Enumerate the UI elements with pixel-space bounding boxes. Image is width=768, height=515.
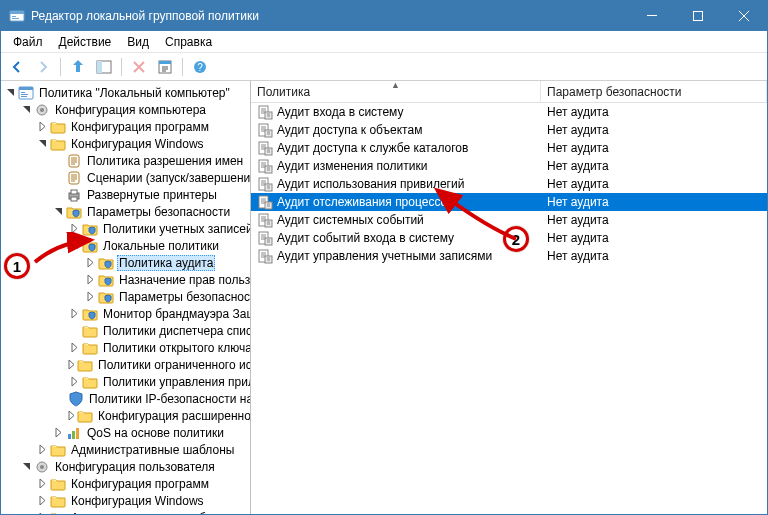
menu-help[interactable]: Справка — [157, 33, 220, 51]
tree-security-options[interactable]: Параметры безопасности — [3, 288, 251, 305]
tree-local-policies[interactable]: Локальные политики — [3, 237, 251, 254]
tree-expander-icon[interactable] — [67, 222, 81, 236]
tree-user-software[interactable]: Конфигурация программ — [3, 475, 251, 492]
tree-public-key[interactable]: Политики открытого ключа — [3, 339, 251, 356]
tree-app-control-icon — [82, 374, 98, 390]
column-policy[interactable]: ▲ Политика — [251, 81, 541, 102]
titlebar: Редактор локальной групповой политики — [1, 1, 767, 31]
tree-expander-icon[interactable] — [35, 477, 49, 491]
policy-item-icon — [257, 230, 273, 246]
list-row[interactable]: Аудит доступа к объектамНет аудита — [251, 121, 767, 139]
tree-user-config[interactable]: Конфигурация пользователя — [3, 458, 251, 475]
tree-software-settings-label: Конфигурация программ — [69, 120, 211, 134]
menu-file[interactable]: Файл — [5, 33, 51, 51]
tree-expander-icon[interactable] — [19, 460, 33, 474]
svg-rect-3 — [12, 18, 19, 19]
svg-rect-2 — [12, 16, 16, 17]
tree-expander-icon[interactable] — [35, 137, 49, 151]
maximize-button[interactable] — [675, 1, 721, 31]
tree-user-windows[interactable]: Конфигурация Windows — [3, 492, 251, 509]
list-row[interactable]: Аудит использования привилегийНет аудита — [251, 175, 767, 193]
tree-expander-icon[interactable] — [67, 341, 81, 355]
tree-app-control-label: Политики управления приложениями — [101, 375, 251, 389]
tree-expander-icon[interactable] — [3, 86, 17, 100]
tree-software-restriction[interactable]: Политики ограниченного использования про… — [3, 356, 251, 373]
minimize-button[interactable] — [629, 1, 675, 31]
tree-advanced-audit[interactable]: Конфигурация расширенной политики аудита — [3, 407, 251, 424]
tree-public-key-label: Политики открытого ключа — [101, 341, 251, 355]
tree-deployed-printers-icon — [66, 187, 82, 203]
tree-user-admin-templates[interactable]: Административные шаблоны — [3, 509, 251, 514]
tree-expander-icon[interactable] — [67, 358, 76, 372]
svg-point-28 — [40, 465, 44, 469]
tree-deployed-printers[interactable]: Развернутые принтеры — [3, 186, 251, 203]
tree-software-restriction-label: Политики ограниченного использования про… — [96, 358, 251, 372]
tree-admin-templates[interactable]: Административные шаблоны — [3, 441, 251, 458]
tree-qos[interactable]: QoS на основе политики — [3, 424, 251, 441]
tree-software-settings[interactable]: Конфигурация программ — [3, 118, 251, 135]
tree-security-options-icon — [98, 289, 114, 305]
tree-expander-icon[interactable] — [35, 494, 49, 508]
tree-expander-icon[interactable] — [35, 443, 49, 457]
tree-app-control[interactable]: Политики управления приложениями — [3, 373, 251, 390]
tree-security-settings[interactable]: Параметры безопасности — [3, 203, 251, 220]
tree-expander-icon[interactable] — [19, 103, 33, 117]
menubar: Файл Действие Вид Справка — [1, 31, 767, 53]
tree-name-resolution[interactable]: Политика разрешения имен — [3, 152, 251, 169]
policy-item-icon — [257, 122, 273, 138]
tree-network-list[interactable]: Политики диспетчера списка сетей — [3, 322, 251, 339]
tree-expander-icon[interactable] — [67, 239, 81, 253]
tree-windows-settings[interactable]: Конфигурация Windows — [3, 135, 251, 152]
tree-expander-icon[interactable] — [51, 205, 65, 219]
menu-action[interactable]: Действие — [51, 33, 120, 51]
tree-expander-icon[interactable] — [35, 511, 49, 515]
list-row[interactable]: Аудит отслеживания процессовНет аудита — [251, 193, 767, 211]
forward-button[interactable] — [31, 56, 55, 78]
tree-expander-icon[interactable] — [83, 256, 97, 270]
list-row[interactable]: Аудит управления учетными записямиНет ау… — [251, 247, 767, 265]
policy-item-icon — [257, 212, 273, 228]
tree-user-windows-icon — [50, 493, 66, 509]
list-row[interactable]: Аудит изменения политикиНет аудита — [251, 157, 767, 175]
close-button[interactable] — [721, 1, 767, 31]
policy-value: Нет аудита — [541, 213, 767, 227]
tree-ipsec[interactable]: Политики IP-безопасности на "Локальный к… — [3, 390, 251, 407]
tree-expander-icon[interactable] — [67, 307, 81, 321]
tree-computer-config[interactable]: Конфигурация компьютера — [3, 101, 251, 118]
list-row[interactable]: Аудит системных событийНет аудита — [251, 211, 767, 229]
tree-root[interactable]: Политика "Локальный компьютер" — [3, 84, 251, 101]
window-title: Редактор локальной групповой политики — [31, 9, 259, 23]
list-row[interactable]: Аудит входа в системуНет аудита — [251, 103, 767, 121]
tree-defender-firewall[interactable]: Монитор брандмауэра Защитника Windows — [3, 305, 251, 322]
column-security-param[interactable]: Параметр безопасности — [541, 81, 767, 102]
tree-expander-icon[interactable] — [83, 273, 97, 287]
show-hide-tree-button[interactable] — [92, 56, 116, 78]
svg-rect-25 — [72, 431, 75, 439]
tree-expander-icon[interactable] — [67, 409, 76, 423]
list-row[interactable]: Аудит событий входа в системуНет аудита — [251, 229, 767, 247]
tree-scripts[interactable]: Сценарии (запуск/завершение) — [3, 169, 251, 186]
properties-button[interactable] — [153, 56, 177, 78]
tree-computer-config-label: Конфигурация компьютера — [53, 103, 208, 117]
tree-account-policies[interactable]: Политики учетных записей — [3, 220, 251, 237]
tree-expander-icon[interactable] — [67, 375, 81, 389]
list-body[interactable]: Аудит входа в системуНет аудитаАудит дос… — [251, 103, 767, 514]
back-button[interactable] — [5, 56, 29, 78]
help-button[interactable]: ? — [188, 56, 212, 78]
up-button[interactable] — [66, 56, 90, 78]
policy-name: Аудит управления учетными записями — [277, 249, 492, 263]
tree-advanced-audit-label: Конфигурация расширенной политики аудита — [96, 409, 251, 423]
delete-button[interactable] — [127, 56, 151, 78]
tree-expander-icon[interactable] — [51, 426, 65, 440]
tree-network-list-label: Политики диспетчера списка сетей — [101, 324, 251, 338]
policy-value: Нет аудита — [541, 105, 767, 119]
tree-expander-icon[interactable] — [35, 120, 49, 134]
tree-user-rights[interactable]: Назначение прав пользователя — [3, 271, 251, 288]
tree-pane[interactable]: Политика "Локальный компьютер"Конфигурац… — [1, 81, 251, 514]
tree-user-rights-label: Назначение прав пользователя — [117, 273, 251, 287]
tree-audit-policy[interactable]: Политика аудита — [3, 254, 251, 271]
list-row[interactable]: Аудит доступа к службе каталоговНет ауди… — [251, 139, 767, 157]
tree-expander-icon[interactable] — [83, 290, 97, 304]
tree-security-settings-label: Параметры безопасности — [85, 205, 232, 219]
menu-view[interactable]: Вид — [119, 33, 157, 51]
